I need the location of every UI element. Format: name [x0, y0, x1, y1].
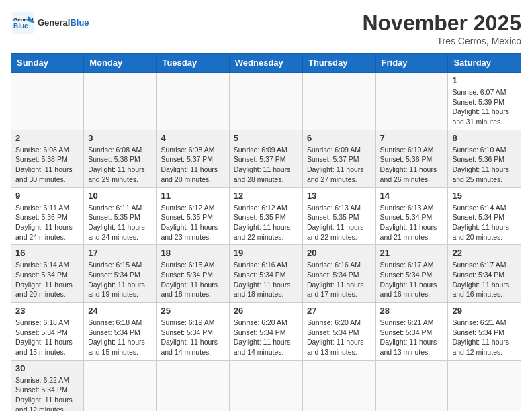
day-info: Sunrise: 6:13 AM Sunset: 5:34 PM Dayligh… — [380, 203, 444, 242]
calendar-week-row: 2Sunrise: 6:08 AM Sunset: 5:38 PM Daylig… — [11, 130, 521, 187]
logo-blue: Blue — [70, 17, 89, 28]
day-info: Sunrise: 6:13 AM Sunset: 5:35 PM Dayligh… — [307, 203, 371, 242]
calendar-day-cell: 7Sunrise: 6:10 AM Sunset: 5:36 PM Daylig… — [375, 130, 448, 187]
day-number: 1 — [452, 75, 517, 85]
weekday-header-wednesday: Wednesday — [229, 54, 302, 73]
calendar-week-row: 16Sunrise: 6:14 AM Sunset: 5:34 PM Dayli… — [11, 245, 521, 303]
day-number: 9 — [15, 191, 79, 201]
day-number: 18 — [161, 248, 224, 258]
calendar-day-cell — [375, 73, 448, 130]
page-header: General Blue GeneralBlue November 2025 T… — [11, 11, 521, 46]
day-number: 13 — [307, 191, 371, 201]
day-number: 25 — [161, 306, 224, 316]
day-info: Sunrise: 6:09 AM Sunset: 5:37 PM Dayligh… — [307, 145, 371, 185]
calendar-day-cell: 16Sunrise: 6:14 AM Sunset: 5:34 PM Dayli… — [11, 245, 84, 303]
day-number: 4 — [161, 133, 224, 143]
day-info: Sunrise: 6:08 AM Sunset: 5:37 PM Dayligh… — [161, 145, 224, 185]
weekday-header-friday: Friday — [375, 54, 448, 73]
day-number: 6 — [307, 133, 371, 143]
calendar-day-cell — [84, 73, 157, 130]
day-number: 22 — [452, 248, 517, 258]
calendar-day-cell — [448, 360, 521, 411]
day-number: 8 — [452, 133, 517, 143]
calendar-day-cell: 19Sunrise: 6:16 AM Sunset: 5:34 PM Dayli… — [229, 245, 302, 303]
day-info: Sunrise: 6:15 AM Sunset: 5:34 PM Dayligh… — [161, 260, 224, 300]
calendar-day-cell: 29Sunrise: 6:21 AM Sunset: 5:34 PM Dayli… — [448, 303, 521, 361]
day-info: Sunrise: 6:20 AM Sunset: 5:34 PM Dayligh… — [307, 318, 371, 357]
calendar-day-cell — [375, 360, 448, 411]
day-info: Sunrise: 6:17 AM Sunset: 5:34 PM Dayligh… — [452, 260, 517, 300]
day-number: 15 — [452, 191, 517, 201]
day-info: Sunrise: 6:18 AM Sunset: 5:34 PM Dayligh… — [88, 318, 152, 357]
day-info: Sunrise: 6:12 AM Sunset: 5:35 PM Dayligh… — [161, 203, 224, 242]
location: Tres Cerros, Mexico — [362, 36, 521, 46]
calendar-day-cell: 9Sunrise: 6:11 AM Sunset: 5:36 PM Daylig… — [11, 187, 84, 245]
day-info: Sunrise: 6:21 AM Sunset: 5:34 PM Dayligh… — [380, 318, 444, 357]
calendar-day-cell: 8Sunrise: 6:10 AM Sunset: 5:36 PM Daylig… — [448, 130, 521, 187]
day-number: 30 — [15, 363, 79, 373]
day-number: 29 — [452, 306, 517, 316]
weekday-header-thursday: Thursday — [302, 54, 375, 73]
day-info: Sunrise: 6:19 AM Sunset: 5:34 PM Dayligh… — [161, 318, 224, 357]
day-info: Sunrise: 6:14 AM Sunset: 5:34 PM Dayligh… — [15, 260, 79, 300]
calendar-day-cell — [229, 360, 302, 411]
calendar-day-cell: 15Sunrise: 6:14 AM Sunset: 5:34 PM Dayli… — [448, 187, 521, 245]
day-info: Sunrise: 6:17 AM Sunset: 5:34 PM Dayligh… — [380, 260, 444, 300]
title-block: November 2025 Tres Cerros, Mexico — [362, 11, 521, 46]
day-number: 19 — [234, 248, 298, 258]
day-info: Sunrise: 6:08 AM Sunset: 5:38 PM Dayligh… — [15, 145, 79, 185]
day-number: 26 — [234, 306, 298, 316]
day-number: 11 — [161, 191, 224, 201]
calendar-day-cell: 17Sunrise: 6:15 AM Sunset: 5:34 PM Dayli… — [84, 245, 157, 303]
calendar-day-cell: 30Sunrise: 6:22 AM Sunset: 5:34 PM Dayli… — [11, 360, 84, 411]
logo: General Blue GeneralBlue — [11, 11, 89, 35]
weekday-header-tuesday: Tuesday — [157, 54, 229, 73]
calendar-day-cell — [229, 73, 302, 130]
day-number: 21 — [380, 248, 444, 258]
calendar-day-cell: 18Sunrise: 6:15 AM Sunset: 5:34 PM Dayli… — [157, 245, 229, 303]
calendar-day-cell: 28Sunrise: 6:21 AM Sunset: 5:34 PM Dayli… — [375, 303, 448, 361]
logo-general: General — [38, 17, 70, 28]
weekday-header-monday: Monday — [84, 54, 157, 73]
calendar-day-cell — [157, 360, 229, 411]
calendar-day-cell — [11, 73, 84, 130]
day-number: 17 — [88, 248, 152, 258]
calendar-day-cell: 13Sunrise: 6:13 AM Sunset: 5:35 PM Dayli… — [302, 187, 375, 245]
calendar-day-cell: 23Sunrise: 6:18 AM Sunset: 5:34 PM Dayli… — [11, 303, 84, 361]
calendar-table: SundayMondayTuesdayWednesdayThursdayFrid… — [11, 53, 521, 411]
day-info: Sunrise: 6:14 AM Sunset: 5:34 PM Dayligh… — [452, 203, 517, 242]
calendar-week-row: 9Sunrise: 6:11 AM Sunset: 5:36 PM Daylig… — [11, 187, 521, 245]
calendar-day-cell: 20Sunrise: 6:16 AM Sunset: 5:34 PM Dayli… — [302, 245, 375, 303]
day-info: Sunrise: 6:22 AM Sunset: 5:34 PM Dayligh… — [15, 375, 79, 411]
svg-text:Blue: Blue — [13, 22, 28, 30]
day-number: 24 — [88, 306, 152, 316]
calendar-day-cell: 12Sunrise: 6:12 AM Sunset: 5:35 PM Dayli… — [229, 187, 302, 245]
calendar-day-cell: 24Sunrise: 6:18 AM Sunset: 5:34 PM Dayli… — [84, 303, 157, 361]
day-info: Sunrise: 6:18 AM Sunset: 5:34 PM Dayligh… — [15, 318, 79, 357]
day-info: Sunrise: 6:09 AM Sunset: 5:37 PM Dayligh… — [234, 145, 298, 185]
calendar-day-cell: 25Sunrise: 6:19 AM Sunset: 5:34 PM Dayli… — [157, 303, 229, 361]
day-number: 2 — [15, 133, 79, 143]
day-number: 16 — [15, 248, 79, 258]
calendar-day-cell: 3Sunrise: 6:08 AM Sunset: 5:38 PM Daylig… — [84, 130, 157, 187]
calendar-day-cell — [157, 73, 229, 130]
day-info: Sunrise: 6:11 AM Sunset: 5:35 PM Dayligh… — [88, 203, 152, 242]
day-number: 20 — [307, 248, 371, 258]
day-info: Sunrise: 6:16 AM Sunset: 5:34 PM Dayligh… — [234, 260, 298, 300]
day-number: 28 — [380, 306, 444, 316]
day-info: Sunrise: 6:11 AM Sunset: 5:36 PM Dayligh… — [15, 203, 79, 242]
day-info: Sunrise: 6:10 AM Sunset: 5:36 PM Dayligh… — [452, 145, 517, 185]
calendar-day-cell — [302, 73, 375, 130]
day-info: Sunrise: 6:12 AM Sunset: 5:35 PM Dayligh… — [234, 203, 298, 242]
day-number: 10 — [88, 191, 152, 201]
calendar-week-row: 1Sunrise: 6:07 AM Sunset: 5:39 PM Daylig… — [11, 73, 521, 130]
day-number: 7 — [380, 133, 444, 143]
calendar-day-cell: 21Sunrise: 6:17 AM Sunset: 5:34 PM Dayli… — [375, 245, 448, 303]
day-info: Sunrise: 6:15 AM Sunset: 5:34 PM Dayligh… — [88, 260, 152, 300]
weekday-header-saturday: Saturday — [448, 54, 521, 73]
calendar-day-cell — [84, 360, 157, 411]
day-info: Sunrise: 6:08 AM Sunset: 5:38 PM Dayligh… — [88, 145, 152, 185]
calendar-day-cell — [302, 360, 375, 411]
logo-icon: General Blue — [11, 11, 35, 35]
day-number: 14 — [380, 191, 444, 201]
